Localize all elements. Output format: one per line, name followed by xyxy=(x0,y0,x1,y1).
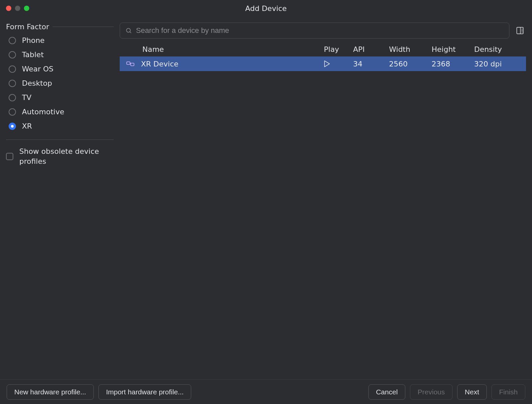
show-obsolete-label: Show obsolete device profiles xyxy=(19,147,114,166)
device-api: 34 xyxy=(353,60,386,68)
column-play[interactable]: Play xyxy=(324,45,350,53)
radio-icon xyxy=(9,108,16,116)
form-factor-radio-phone[interactable]: Phone xyxy=(9,36,114,45)
search-input[interactable] xyxy=(136,26,504,35)
form-factor-radio-wear-os[interactable]: Wear OS xyxy=(9,65,114,73)
radio-label: Wear OS xyxy=(22,65,54,73)
radio-label: Automotive xyxy=(22,108,64,116)
table-row[interactable]: XR Device3425602368320 dpi xyxy=(120,56,526,71)
radio-icon xyxy=(9,80,16,87)
footer-bar: New hardware profile... Import hardware … xyxy=(0,379,532,404)
radio-label: Desktop xyxy=(22,79,52,87)
radio-icon xyxy=(9,65,16,73)
radio-label: XR xyxy=(22,122,32,130)
divider xyxy=(6,140,114,140)
form-factor-radio-desktop[interactable]: Desktop xyxy=(9,79,114,87)
divider xyxy=(53,27,114,27)
column-api[interactable]: API xyxy=(353,45,386,53)
show-obsolete-checkbox[interactable]: Show obsolete device profiles xyxy=(6,147,114,166)
window-controls xyxy=(6,6,29,11)
svg-line-1 xyxy=(130,32,131,33)
details-panel-toggle[interactable] xyxy=(514,25,526,37)
form-factor-radio-tv[interactable]: TV xyxy=(9,93,114,102)
column-density[interactable]: Density xyxy=(474,45,521,53)
sidebar: Form Factor PhoneTabletWear OSDesktopTVA… xyxy=(0,17,120,379)
form-factor-radio-automotive[interactable]: Automotive xyxy=(9,108,114,116)
svg-rect-7 xyxy=(127,62,130,64)
device-height: 2368 xyxy=(432,60,471,68)
import-hardware-profile-button[interactable]: Import hardware profile... xyxy=(98,384,191,400)
device-table: Name Play API Width Height Density XR De… xyxy=(120,42,526,379)
radio-label: TV xyxy=(22,93,32,102)
play-store-icon xyxy=(324,60,350,67)
svg-rect-8 xyxy=(131,63,134,66)
radio-icon xyxy=(9,51,16,58)
checkbox-box-icon xyxy=(6,153,13,160)
form-factor-radio-xr[interactable]: XR xyxy=(9,122,114,130)
column-name[interactable]: Name xyxy=(141,45,321,53)
previous-button[interactable]: Previous xyxy=(410,384,453,400)
column-width[interactable]: Width xyxy=(389,45,429,53)
next-button[interactable]: Next xyxy=(457,384,487,400)
window-title: Add Device xyxy=(0,4,532,13)
form-factor-heading: Form Factor xyxy=(6,23,49,31)
title-bar: Add Device xyxy=(0,0,532,17)
column-height[interactable]: Height xyxy=(432,45,471,53)
cancel-button[interactable]: Cancel xyxy=(368,384,405,400)
close-window-button[interactable] xyxy=(6,6,11,11)
content-panel: Name Play API Width Height Density XR De… xyxy=(120,17,532,379)
radio-icon xyxy=(9,94,16,101)
radio-label: Phone xyxy=(22,36,45,45)
table-header-row: Name Play API Width Height Density xyxy=(120,42,526,56)
radio-label: Tablet xyxy=(22,50,44,59)
minimize-window-button[interactable] xyxy=(15,6,20,11)
radio-icon xyxy=(9,37,16,44)
search-icon xyxy=(125,27,132,34)
search-field-wrapper[interactable] xyxy=(120,23,509,39)
radio-icon xyxy=(9,123,16,130)
form-factor-radio-tablet[interactable]: Tablet xyxy=(9,50,114,59)
finish-button[interactable]: Finish xyxy=(491,384,525,400)
device-width: 2560 xyxy=(389,60,429,68)
maximize-window-button[interactable] xyxy=(24,6,29,11)
xr-device-icon xyxy=(122,60,138,67)
details-panel-icon xyxy=(516,26,524,35)
device-density: 320 dpi xyxy=(474,60,521,68)
device-name: XR Device xyxy=(141,60,321,68)
svg-point-0 xyxy=(126,28,130,32)
new-hardware-profile-button[interactable]: New hardware profile... xyxy=(7,384,94,400)
